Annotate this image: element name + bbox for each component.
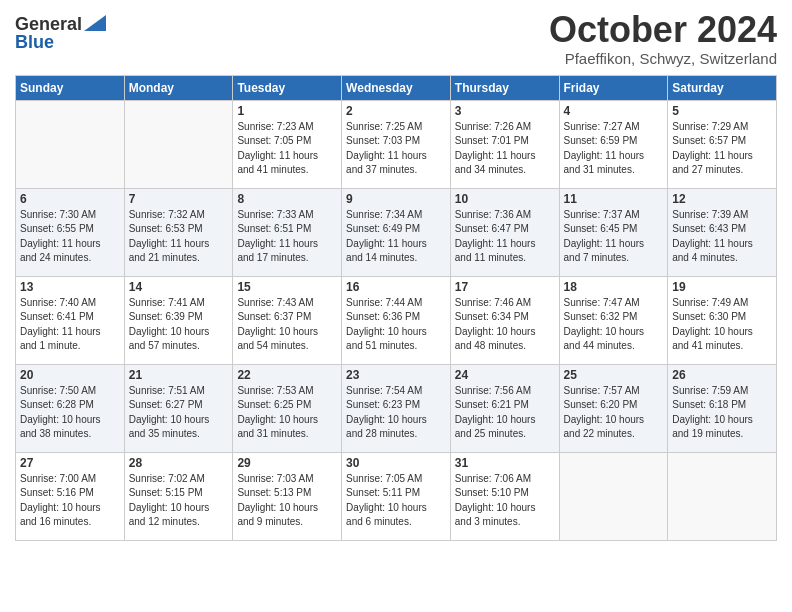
calendar-cell: 20Sunrise: 7:50 AMSunset: 6:28 PMDayligh… xyxy=(16,364,125,452)
column-header-sunday: Sunday xyxy=(16,75,125,100)
calendar-week-row: 1Sunrise: 7:23 AMSunset: 7:05 PMDaylight… xyxy=(16,100,777,188)
day-info: Sunrise: 7:47 AMSunset: 6:32 PMDaylight:… xyxy=(564,296,664,354)
calendar-cell xyxy=(668,452,777,540)
day-number: 4 xyxy=(564,104,664,118)
day-number: 28 xyxy=(129,456,229,470)
day-info: Sunrise: 7:06 AMSunset: 5:10 PMDaylight:… xyxy=(455,472,555,530)
day-info: Sunrise: 7:00 AMSunset: 5:16 PMDaylight:… xyxy=(20,472,120,530)
day-number: 24 xyxy=(455,368,555,382)
calendar-cell: 2Sunrise: 7:25 AMSunset: 7:03 PMDaylight… xyxy=(342,100,451,188)
calendar-week-row: 20Sunrise: 7:50 AMSunset: 6:28 PMDayligh… xyxy=(16,364,777,452)
day-info: Sunrise: 7:30 AMSunset: 6:55 PMDaylight:… xyxy=(20,208,120,266)
calendar-cell: 10Sunrise: 7:36 AMSunset: 6:47 PMDayligh… xyxy=(450,188,559,276)
calendar-cell: 31Sunrise: 7:06 AMSunset: 5:10 PMDayligh… xyxy=(450,452,559,540)
day-info: Sunrise: 7:40 AMSunset: 6:41 PMDaylight:… xyxy=(20,296,120,354)
day-number: 14 xyxy=(129,280,229,294)
logo-blue-text: Blue xyxy=(15,33,54,51)
day-number: 5 xyxy=(672,104,772,118)
day-number: 25 xyxy=(564,368,664,382)
calendar-cell: 19Sunrise: 7:49 AMSunset: 6:30 PMDayligh… xyxy=(668,276,777,364)
day-number: 1 xyxy=(237,104,337,118)
day-number: 30 xyxy=(346,456,446,470)
calendar-cell: 13Sunrise: 7:40 AMSunset: 6:41 PMDayligh… xyxy=(16,276,125,364)
day-number: 21 xyxy=(129,368,229,382)
column-header-monday: Monday xyxy=(124,75,233,100)
calendar-cell: 8Sunrise: 7:33 AMSunset: 6:51 PMDaylight… xyxy=(233,188,342,276)
day-info: Sunrise: 7:57 AMSunset: 6:20 PMDaylight:… xyxy=(564,384,664,442)
location: Pfaeffikon, Schwyz, Switzerland xyxy=(549,50,777,67)
day-number: 19 xyxy=(672,280,772,294)
calendar-cell: 3Sunrise: 7:26 AMSunset: 7:01 PMDaylight… xyxy=(450,100,559,188)
calendar-cell xyxy=(16,100,125,188)
day-info: Sunrise: 7:33 AMSunset: 6:51 PMDaylight:… xyxy=(237,208,337,266)
calendar-cell: 26Sunrise: 7:59 AMSunset: 6:18 PMDayligh… xyxy=(668,364,777,452)
day-info: Sunrise: 7:26 AMSunset: 7:01 PMDaylight:… xyxy=(455,120,555,178)
day-number: 15 xyxy=(237,280,337,294)
page-header: General Blue October 2024 Pfaeffikon, Sc… xyxy=(15,10,777,67)
day-number: 2 xyxy=(346,104,446,118)
calendar-cell: 11Sunrise: 7:37 AMSunset: 6:45 PMDayligh… xyxy=(559,188,668,276)
day-number: 26 xyxy=(672,368,772,382)
calendar-cell: 18Sunrise: 7:47 AMSunset: 6:32 PMDayligh… xyxy=(559,276,668,364)
calendar-cell: 30Sunrise: 7:05 AMSunset: 5:11 PMDayligh… xyxy=(342,452,451,540)
day-number: 3 xyxy=(455,104,555,118)
day-info: Sunrise: 7:27 AMSunset: 6:59 PMDaylight:… xyxy=(564,120,664,178)
day-info: Sunrise: 7:05 AMSunset: 5:11 PMDaylight:… xyxy=(346,472,446,530)
day-info: Sunrise: 7:59 AMSunset: 6:18 PMDaylight:… xyxy=(672,384,772,442)
calendar-cell: 25Sunrise: 7:57 AMSunset: 6:20 PMDayligh… xyxy=(559,364,668,452)
column-header-thursday: Thursday xyxy=(450,75,559,100)
day-number: 8 xyxy=(237,192,337,206)
calendar-cell: 23Sunrise: 7:54 AMSunset: 6:23 PMDayligh… xyxy=(342,364,451,452)
logo: General Blue xyxy=(15,15,106,51)
day-number: 22 xyxy=(237,368,337,382)
calendar-cell: 21Sunrise: 7:51 AMSunset: 6:27 PMDayligh… xyxy=(124,364,233,452)
calendar-table: SundayMondayTuesdayWednesdayThursdayFrid… xyxy=(15,75,777,541)
column-header-friday: Friday xyxy=(559,75,668,100)
calendar-week-row: 27Sunrise: 7:00 AMSunset: 5:16 PMDayligh… xyxy=(16,452,777,540)
calendar-cell: 1Sunrise: 7:23 AMSunset: 7:05 PMDaylight… xyxy=(233,100,342,188)
calendar-cell: 6Sunrise: 7:30 AMSunset: 6:55 PMDaylight… xyxy=(16,188,125,276)
day-number: 6 xyxy=(20,192,120,206)
calendar-cell: 5Sunrise: 7:29 AMSunset: 6:57 PMDaylight… xyxy=(668,100,777,188)
calendar-cell: 17Sunrise: 7:46 AMSunset: 6:34 PMDayligh… xyxy=(450,276,559,364)
calendar-cell: 15Sunrise: 7:43 AMSunset: 6:37 PMDayligh… xyxy=(233,276,342,364)
column-header-saturday: Saturday xyxy=(668,75,777,100)
day-number: 9 xyxy=(346,192,446,206)
day-number: 29 xyxy=(237,456,337,470)
day-info: Sunrise: 7:43 AMSunset: 6:37 PMDaylight:… xyxy=(237,296,337,354)
day-info: Sunrise: 7:03 AMSunset: 5:13 PMDaylight:… xyxy=(237,472,337,530)
calendar-cell: 7Sunrise: 7:32 AMSunset: 6:53 PMDaylight… xyxy=(124,188,233,276)
svg-marker-0 xyxy=(84,15,106,31)
column-header-wednesday: Wednesday xyxy=(342,75,451,100)
day-info: Sunrise: 7:25 AMSunset: 7:03 PMDaylight:… xyxy=(346,120,446,178)
day-info: Sunrise: 7:29 AMSunset: 6:57 PMDaylight:… xyxy=(672,120,772,178)
month-title: October 2024 xyxy=(549,10,777,50)
calendar-cell xyxy=(124,100,233,188)
day-info: Sunrise: 7:56 AMSunset: 6:21 PMDaylight:… xyxy=(455,384,555,442)
calendar-cell: 27Sunrise: 7:00 AMSunset: 5:16 PMDayligh… xyxy=(16,452,125,540)
day-number: 13 xyxy=(20,280,120,294)
day-number: 10 xyxy=(455,192,555,206)
day-number: 18 xyxy=(564,280,664,294)
day-number: 12 xyxy=(672,192,772,206)
day-number: 11 xyxy=(564,192,664,206)
calendar-cell: 4Sunrise: 7:27 AMSunset: 6:59 PMDaylight… xyxy=(559,100,668,188)
day-info: Sunrise: 7:51 AMSunset: 6:27 PMDaylight:… xyxy=(129,384,229,442)
calendar-cell: 12Sunrise: 7:39 AMSunset: 6:43 PMDayligh… xyxy=(668,188,777,276)
day-number: 23 xyxy=(346,368,446,382)
day-info: Sunrise: 7:50 AMSunset: 6:28 PMDaylight:… xyxy=(20,384,120,442)
day-info: Sunrise: 7:53 AMSunset: 6:25 PMDaylight:… xyxy=(237,384,337,442)
calendar-week-row: 6Sunrise: 7:30 AMSunset: 6:55 PMDaylight… xyxy=(16,188,777,276)
day-info: Sunrise: 7:37 AMSunset: 6:45 PMDaylight:… xyxy=(564,208,664,266)
day-info: Sunrise: 7:36 AMSunset: 6:47 PMDaylight:… xyxy=(455,208,555,266)
calendar-cell: 28Sunrise: 7:02 AMSunset: 5:15 PMDayligh… xyxy=(124,452,233,540)
day-info: Sunrise: 7:44 AMSunset: 6:36 PMDaylight:… xyxy=(346,296,446,354)
day-info: Sunrise: 7:34 AMSunset: 6:49 PMDaylight:… xyxy=(346,208,446,266)
calendar-cell: 16Sunrise: 7:44 AMSunset: 6:36 PMDayligh… xyxy=(342,276,451,364)
day-info: Sunrise: 7:49 AMSunset: 6:30 PMDaylight:… xyxy=(672,296,772,354)
column-header-tuesday: Tuesday xyxy=(233,75,342,100)
day-number: 17 xyxy=(455,280,555,294)
day-info: Sunrise: 7:23 AMSunset: 7:05 PMDaylight:… xyxy=(237,120,337,178)
calendar-header-row: SundayMondayTuesdayWednesdayThursdayFrid… xyxy=(16,75,777,100)
calendar-week-row: 13Sunrise: 7:40 AMSunset: 6:41 PMDayligh… xyxy=(16,276,777,364)
